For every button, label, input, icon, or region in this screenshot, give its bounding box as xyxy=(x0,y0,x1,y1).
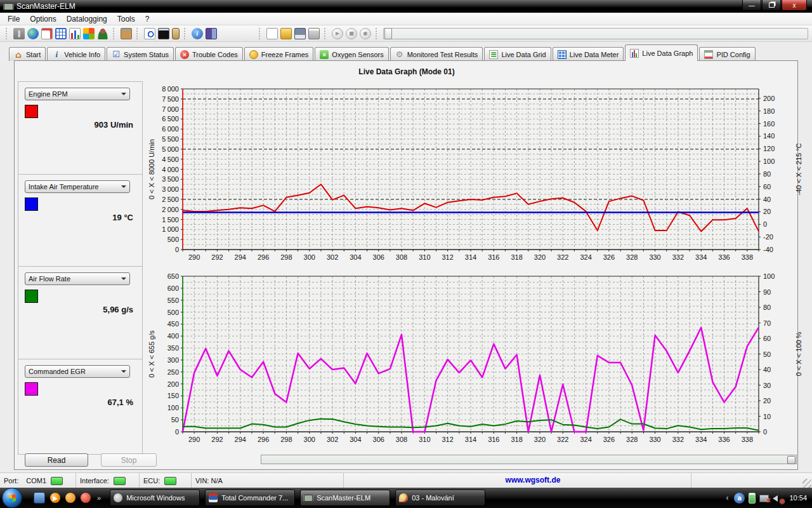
menu-help[interactable]: ? xyxy=(140,13,155,25)
launcher-orange-icon[interactable] xyxy=(65,493,75,503)
plug-icon[interactable]: ‖ xyxy=(13,28,25,39)
window-controls: — x xyxy=(742,0,807,11)
menu-file[interactable]: File xyxy=(3,13,25,25)
channel-select-2[interactable]: Intake Air Temperature xyxy=(25,180,130,193)
tab-label: Vehicle Info xyxy=(64,51,100,58)
terminal-icon[interactable] xyxy=(158,28,169,39)
media-player-icon[interactable]: ▶ xyxy=(50,493,60,503)
open-folder-icon[interactable] xyxy=(280,28,292,39)
windows-flag-icon xyxy=(9,494,16,502)
tab-freeze-frames[interactable]: Freeze Frames xyxy=(244,47,314,61)
taskbar-button-scanmaster-elm[interactable]: ScanMaster-ELM xyxy=(300,490,390,506)
toolbar-slider[interactable] xyxy=(383,28,808,39)
tab-vehicle-info[interactable]: iVehicle Info xyxy=(47,47,105,61)
menu-tools[interactable]: Tools xyxy=(112,13,140,25)
svg-text:298: 298 xyxy=(280,436,292,443)
taskbar-button-malovani[interactable]: 03 - Malování xyxy=(395,490,485,506)
play-icon[interactable]: ▶ xyxy=(332,28,343,39)
svg-text:20: 20 xyxy=(763,397,771,404)
search-icon[interactable] xyxy=(144,28,155,39)
chart-rpm-temperature: 05001 0001 5002 0002 5003 0003 5004 0004… xyxy=(145,81,810,269)
svg-text:0: 0 xyxy=(175,428,179,436)
tab-live-data-meter[interactable]: Live Data Meter xyxy=(553,47,624,61)
svg-text:200: 200 xyxy=(167,380,179,388)
slider-thumb[interactable] xyxy=(384,28,392,39)
svg-text:296: 296 xyxy=(258,436,269,443)
oxygen-icon: × xyxy=(320,50,329,59)
tab-live-data-grid[interactable]: ≡Live Data Grid xyxy=(484,47,551,61)
channel-select-3[interactable]: Air Flow Rate xyxy=(25,272,130,285)
svg-text:600: 600 xyxy=(167,284,179,292)
battery-icon[interactable] xyxy=(172,28,180,39)
tab-live-data-graph[interactable]: Live Data Graph xyxy=(625,44,698,61)
report-icon[interactable] xyxy=(41,28,53,39)
svg-text:328: 328 xyxy=(626,436,638,443)
menu-datalogging[interactable]: Datalogging xyxy=(62,13,112,25)
network-tray-icon[interactable]: × xyxy=(759,495,769,502)
scrollbar-thumb[interactable] xyxy=(787,456,796,464)
start-button[interactable] xyxy=(2,488,22,508)
tray-chevron-icon[interactable]: ‹ xyxy=(726,493,728,502)
close-button[interactable]: x xyxy=(782,0,807,11)
svg-text:7 500: 7 500 xyxy=(162,95,179,103)
resize-grip[interactable] xyxy=(802,479,811,488)
tab-start[interactable]: ⌂Start xyxy=(9,47,46,61)
svg-text:334: 334 xyxy=(695,436,707,443)
tab-monitored-test-results[interactable]: ⚙Monitored Test Results xyxy=(390,47,483,61)
tab-oxygen-sensors[interactable]: ×Oxygen Sensors xyxy=(315,47,388,61)
toolbar-grip xyxy=(324,28,327,39)
channel-select-1[interactable]: Engine RPM xyxy=(25,88,130,100)
new-file-icon[interactable] xyxy=(266,28,278,39)
stop-icon[interactable]: ■ xyxy=(346,28,357,39)
windows-icon[interactable] xyxy=(83,28,95,39)
antivirus-tray-icon[interactable]: a xyxy=(734,493,745,504)
svg-text:100: 100 xyxy=(167,404,179,411)
battery-tray-icon[interactable] xyxy=(749,493,756,504)
minimize-button[interactable]: — xyxy=(742,0,761,11)
clipboard-icon[interactable] xyxy=(121,28,132,39)
svg-text:150: 150 xyxy=(167,392,179,399)
svg-text:318: 318 xyxy=(511,253,522,261)
taskbar-button-total-commander[interactable]: Total Commander 7... xyxy=(205,490,295,506)
menu-options[interactable]: Options xyxy=(25,13,61,25)
wgsoft-link[interactable]: www.wgsoft.de xyxy=(482,476,584,485)
taskbar-button-microsoft-windows[interactable]: Microsoft Windows xyxy=(110,490,200,506)
svg-text:120: 120 xyxy=(763,145,775,152)
channel-select-4[interactable]: Commanded EGR xyxy=(25,365,130,378)
tab-label: Live Data Graph xyxy=(642,50,693,57)
svg-text:500: 500 xyxy=(167,309,179,316)
svg-text:294: 294 xyxy=(235,253,246,261)
user-icon[interactable] xyxy=(97,28,108,39)
svg-text:322: 322 xyxy=(557,253,568,261)
save-icon[interactable] xyxy=(294,28,306,39)
restore-button[interactable] xyxy=(762,0,781,11)
task-label: Total Commander 7... xyxy=(221,494,288,502)
volume-muted-icon[interactable]: ⊘ xyxy=(773,493,782,503)
chart-airflow-egr: 0501001502002503003504004505005506006500… xyxy=(145,269,810,451)
svg-text:100: 100 xyxy=(763,157,775,165)
svg-text:324: 324 xyxy=(580,436,591,443)
print-icon[interactable] xyxy=(308,28,320,39)
stop-button[interactable]: Stop xyxy=(101,453,157,467)
record-icon[interactable]: ● xyxy=(360,28,371,39)
checkbox-icon: ☑ xyxy=(112,50,121,59)
quick-launch-overflow[interactable]: » xyxy=(97,494,101,502)
launcher-red-icon[interactable] xyxy=(81,493,91,503)
tab-pid-config[interactable]: PID Config xyxy=(699,47,755,61)
port-label: Port: xyxy=(4,477,18,485)
show-desktop-icon[interactable] xyxy=(34,492,45,504)
globe-icon[interactable] xyxy=(27,28,39,39)
tab-trouble-codes[interactable]: ×Trouble Codes xyxy=(175,47,243,61)
tab-system-status[interactable]: ☑System Status xyxy=(107,47,174,61)
channel-color-swatch xyxy=(25,105,38,118)
read-button[interactable]: Read xyxy=(25,453,88,467)
svg-text:332: 332 xyxy=(672,253,684,261)
info-icon[interactable]: i xyxy=(192,28,203,39)
chart-icon[interactable] xyxy=(69,28,81,39)
table-icon[interactable] xyxy=(55,28,67,39)
exit-icon[interactable] xyxy=(206,28,217,39)
chart-scrollbar[interactable] xyxy=(261,455,797,464)
port-value: COM1 xyxy=(26,477,46,485)
svg-text:312: 312 xyxy=(442,253,454,261)
svg-text:450: 450 xyxy=(167,320,179,328)
